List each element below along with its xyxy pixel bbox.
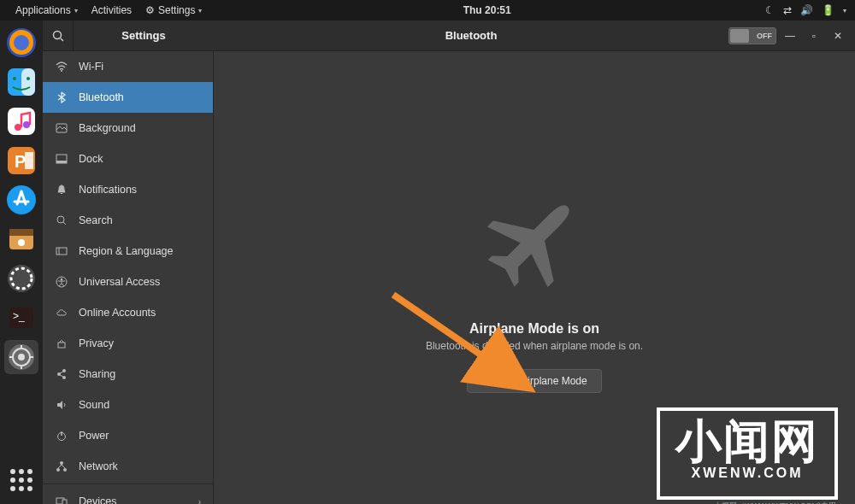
sidebar-item-background[interactable]: Background [43, 113, 213, 144]
turn-off-airplane-mode-button[interactable]: Turn Off Airplane Mode [467, 369, 601, 393]
chevron-down-icon: ▾ [74, 7, 78, 15]
svg-text:P: P [15, 152, 26, 171]
svg-line-43 [60, 372, 63, 373]
svg-line-34 [63, 222, 66, 225]
svg-line-44 [60, 375, 63, 377]
sidebar-item-label: Background [79, 122, 136, 134]
svg-point-15 [18, 239, 25, 246]
sidebar-item-label: Bluetooth [79, 91, 124, 103]
minimize-button[interactable]: — [780, 26, 800, 46]
svg-line-28 [61, 38, 63, 41]
system-tray: ☾ ⇄ 🔊 🔋 ▾ [765, 4, 846, 16]
close-button[interactable]: ✕ [828, 26, 848, 46]
watermark: 小闻网 XWENW.COM [657, 407, 838, 500]
dock-system[interactable] [4, 261, 38, 296]
sidebar-item-label: Privacy [79, 337, 114, 349]
sidebar-item-label: Online Accounts [79, 307, 156, 319]
maximize-button[interactable]: ▫ [804, 26, 824, 46]
sidebar-item-search[interactable]: Search [43, 205, 213, 236]
sidebar-item-dock[interactable]: Dock [43, 144, 213, 174]
sidebar-item-label: Devices [79, 495, 116, 504]
svg-point-5 [27, 77, 30, 80]
battery-icon[interactable]: 🔋 [822, 4, 834, 16]
svg-point-38 [61, 278, 63, 281]
sidebar-item-region[interactable]: Region & Language [43, 236, 213, 267]
svg-rect-51 [62, 500, 67, 504]
sidebar-item-label: Sharing [79, 368, 115, 380]
dock-music[interactable] [4, 104, 38, 138]
dock-appstore[interactable] [4, 183, 38, 217]
sidebar-item-label: Universal Access [79, 276, 160, 288]
separator [43, 483, 213, 484]
dock-firefox[interactable] [4, 26, 38, 60]
app-menu[interactable]: ⚙ Settings▾ [139, 4, 209, 16]
svg-point-49 [63, 468, 67, 472]
network-icon [55, 460, 68, 472]
sidebar-item-label: Sound [79, 399, 109, 411]
svg-rect-3 [21, 68, 35, 96]
panel-clock[interactable]: Thu 20:51 [209, 4, 765, 16]
dock-show-apps[interactable] [6, 465, 37, 495]
settings-sidebar: Wi-Fi Bluetooth Background Dock Notifica… [43, 51, 214, 504]
svg-rect-39 [58, 343, 65, 348]
devices-icon [55, 495, 68, 504]
sidebar-item-bluetooth[interactable]: Bluetooth [43, 82, 213, 113]
activities-menu[interactable]: Activities [85, 4, 139, 16]
page-title: Bluetooth [214, 29, 728, 42]
dock-finder[interactable] [4, 65, 38, 99]
chevron-down-icon: ▾ [198, 7, 202, 15]
sidebar-item-power[interactable]: Power [43, 420, 213, 451]
svg-rect-11 [25, 152, 33, 169]
search-button[interactable] [43, 21, 74, 51]
airplane-icon [470, 176, 598, 304]
app-menu-label: Settings [158, 4, 195, 16]
dock-icon [55, 153, 68, 165]
chevron-down-icon[interactable]: ▾ [843, 7, 846, 15]
applications-menu[interactable]: Applications▾ [9, 4, 85, 16]
sidebar-item-label: Wi-Fi [79, 61, 103, 73]
sidebar-item-label: Network [79, 460, 118, 472]
sidebar-item-privacy[interactable]: Privacy [43, 328, 213, 359]
activities-label: Activities [91, 4, 132, 16]
svg-rect-14 [9, 229, 33, 236]
svg-point-12 [7, 185, 36, 214]
dock-settings[interactable] [4, 340, 38, 374]
dock-presentation[interactable]: P [4, 144, 38, 178]
network-icon[interactable]: ⇄ [783, 4, 792, 16]
applications-label: Applications [15, 4, 71, 16]
sidebar-item-label: Region & Language [79, 245, 174, 257]
bell-icon [55, 184, 68, 196]
settings-window: Settings Bluetooth OFF — ▫ ✕ Wi-Fi Bluet… [43, 21, 855, 504]
search-icon [52, 30, 64, 42]
sidebar-item-label: Notifications [79, 184, 137, 196]
svg-point-29 [61, 70, 62, 72]
watermark-text-small: XWENW.COM [675, 466, 819, 481]
svg-point-4 [13, 77, 16, 80]
bluetooth-toggle[interactable]: OFF [728, 27, 776, 44]
bluetooth-icon [55, 91, 68, 103]
sidebar-item-network[interactable]: Network [43, 451, 213, 482]
sidebar-item-devices[interactable]: Devices› [43, 486, 213, 504]
content-subtext: Bluetooth is disabled when airplane mode… [426, 340, 643, 352]
top-panel: Applications▾ Activities ⚙ Settings▾ Thu… [0, 0, 855, 21]
search-icon [55, 214, 68, 226]
watermark-caption: 小闻网（WWW.XWENW.COM)专用 [714, 501, 836, 504]
wifi-icon [55, 61, 68, 73]
sidebar-item-notifications[interactable]: Notifications [43, 174, 213, 205]
sidebar-item-label: Search [79, 214, 113, 226]
sidebar-item-sharing[interactable]: Sharing [43, 359, 213, 390]
content-heading: Airplane Mode is on [469, 321, 599, 337]
svg-point-48 [56, 468, 60, 472]
share-icon [55, 368, 68, 380]
dock-disk[interactable] [4, 222, 38, 256]
svg-point-33 [57, 216, 64, 223]
sidebar-item-wifi[interactable]: Wi-Fi [43, 51, 213, 82]
sidebar-item-universal-access[interactable]: Universal Access [43, 267, 213, 297]
lock-icon [55, 337, 68, 349]
sidebar-item-online-accounts[interactable]: Online Accounts [43, 297, 213, 328]
dock-terminal[interactable]: >_ [4, 301, 38, 335]
night-light-icon[interactable]: ☾ [765, 4, 775, 16]
volume-icon[interactable]: 🔊 [800, 4, 813, 16]
sidebar-title: Settings [74, 29, 214, 42]
sidebar-item-sound[interactable]: Sound [43, 390, 213, 420]
